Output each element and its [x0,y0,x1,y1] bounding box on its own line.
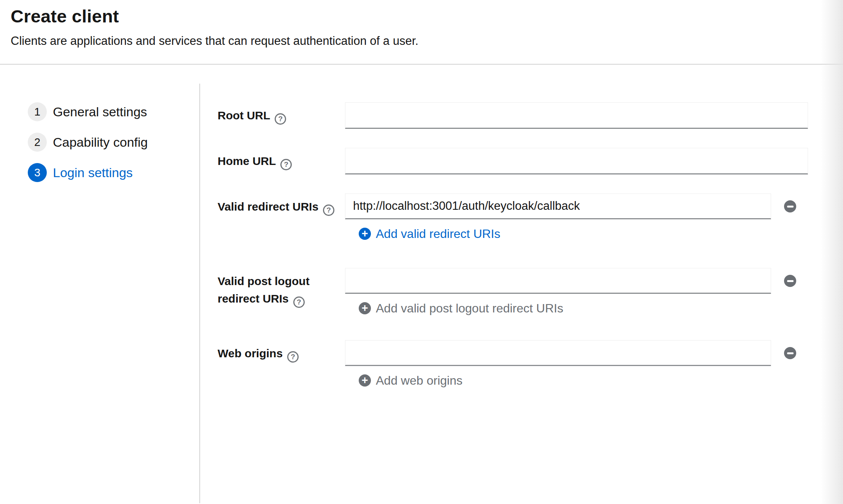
page-subtitle: Clients are applications and services th… [11,33,843,49]
minus-icon [787,280,794,282]
web-origins-control: +Add web origins [345,340,843,387]
plus-circle-icon: + [359,302,371,314]
valid-post-logout-uri-input[interactable] [345,268,771,294]
home-url-label: Home URL? [218,148,345,174]
valid-redirect-uris-label: Valid redirect URIs? [218,193,345,241]
step-number-badge: 3 [28,163,47,182]
wizard-step-label: Login settings [53,165,133,180]
wizard-step-general-settings[interactable]: 1 General settings [28,102,200,121]
root-url-label: Root URL? [218,102,345,129]
add-web-origins-label: Add web origins [376,374,463,387]
form-row-home-url: Home URL? [218,148,843,174]
home-url-control [345,148,843,174]
remove-post-logout-uri-button[interactable] [784,275,796,287]
remove-redirect-uri-button[interactable] [784,200,796,212]
wizard-steps: 1 General settings 2 Capability config 3… [0,65,200,182]
form-row-web-origins: Web origins? +Add web origins [218,340,843,387]
web-origins-label: Web origins? [218,340,345,387]
web-origins-label-text: Web origins [218,347,283,360]
wizard-step-login-settings[interactable]: 3 Login settings [28,163,200,182]
help-icon[interactable]: ? [280,159,292,170]
help-icon[interactable]: ? [323,204,334,216]
valid-redirect-uri-input[interactable] [345,193,771,219]
minus-icon [787,206,794,208]
step-number-badge: 1 [28,102,47,121]
minus-icon [787,352,794,354]
web-origins-row [345,340,843,366]
wizard-nav: 1 General settings 2 Capability config 3… [0,65,200,504]
root-url-control [345,102,843,129]
home-url-label-text: Home URL [218,155,276,167]
root-url-input[interactable] [345,102,808,129]
valid-redirect-uris-label-text: Valid redirect URIs [218,200,318,213]
plus-circle-icon: + [359,374,371,387]
add-valid-post-logout-uris-label: Add valid post logout redirect URIs [376,301,563,315]
add-valid-redirect-uris-button[interactable]: +Add valid redirect URIs [359,227,500,241]
help-icon[interactable]: ? [293,296,305,308]
valid-redirect-uris-control: +Add valid redirect URIs [345,193,843,241]
step-number-badge: 2 [28,133,47,152]
remove-web-origin-button[interactable] [784,347,796,359]
create-client-wizard: Create client Clients are applications a… [0,0,843,504]
form-row-root-url: Root URL? [218,102,843,129]
login-settings-form: Root URL? Home URL? Valid redirect URIs? [200,65,843,504]
help-icon[interactable]: ? [275,113,286,125]
add-valid-redirect-uris-label: Add valid redirect URIs [376,227,500,241]
valid-post-logout-control: +Add valid post logout redirect URIs [345,268,843,315]
page-header: Create client Clients are applications a… [0,0,843,65]
wizard-step-capability-config[interactable]: 2 Capability config [28,133,200,152]
add-web-origins-button[interactable]: +Add web origins [359,374,463,387]
wizard-step-label: Capability config [53,135,148,150]
form-row-valid-post-logout-redirect-uris: Valid post logout redirect URIs? +Add va… [218,268,843,315]
valid-post-logout-row [345,268,843,294]
valid-redirect-uris-row [345,193,843,219]
valid-post-logout-label: Valid post logout redirect URIs? [218,268,345,315]
wizard-step-label: General settings [53,105,147,119]
home-url-input[interactable] [345,148,808,174]
add-valid-post-logout-uris-button[interactable]: +Add valid post logout redirect URIs [359,301,563,315]
page-title: Create client [11,5,843,27]
web-origin-input[interactable] [345,340,771,366]
help-icon[interactable]: ? [287,351,299,363]
form-row-valid-redirect-uris: Valid redirect URIs? +Add valid redirect… [218,193,843,241]
wizard-body: 1 General settings 2 Capability config 3… [0,65,843,504]
root-url-label-text: Root URL [218,109,270,122]
plus-circle-icon: + [359,228,371,240]
